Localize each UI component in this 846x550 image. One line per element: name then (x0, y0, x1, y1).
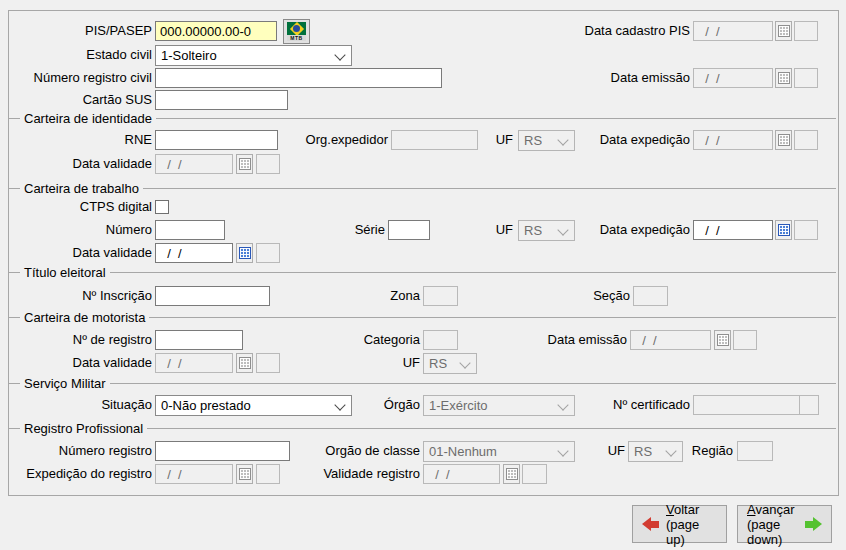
identidade-data-expedicao-label: Data expedição (580, 130, 690, 150)
trabalho-data-validade-extra-field (256, 243, 280, 263)
secao-label: Seção (570, 286, 630, 306)
inscricao-label: Nº Inscrição (10, 286, 152, 306)
numero-registro-civil-input[interactable] (155, 68, 442, 88)
identidade-data-validade-extra-field (256, 154, 280, 174)
validade-registro-calendar-button (503, 464, 520, 484)
identidade-data-expedicao-extra-field (794, 130, 818, 150)
situacao-label: Situação (10, 395, 152, 415)
orgao-select: 1-Exército (423, 395, 575, 416)
motorista-data-validade-extra-field (256, 353, 280, 373)
motorista-data-emissao-label: Data emissão (527, 330, 627, 350)
mtb-lookup-button[interactable]: MTB (283, 19, 310, 44)
eleitoral-section-line (9, 272, 836, 273)
motorista-uf-label: UF (370, 353, 420, 373)
calendar-icon (778, 134, 790, 146)
categoria-label: Categoria (340, 330, 420, 350)
chevron-down-icon (557, 134, 568, 145)
eleitoral-section-title: Título eleitoral (20, 265, 110, 280)
voltar-button-label: Voltar (666, 502, 717, 517)
serie-input[interactable] (388, 220, 430, 240)
rne-input[interactable] (155, 130, 278, 150)
ctps-digital-checkbox[interactable] (155, 200, 169, 214)
secao-input (633, 286, 668, 306)
avancar-button-sublabel: (page down) (747, 517, 798, 547)
trabalho-data-validade-input[interactable] (155, 243, 233, 263)
chevron-down-icon (557, 445, 568, 456)
trabalho-data-expedicao-extra-field (794, 220, 818, 240)
calendar-icon (239, 158, 251, 170)
calendar-icon (717, 334, 729, 346)
motorista-registro-input[interactable] (155, 330, 243, 350)
rne-label: RNE (10, 130, 152, 150)
mtb-icon-text: MTB (287, 35, 306, 41)
certificado-input (693, 395, 800, 415)
avancar-button[interactable]: Avançar (page down) (737, 505, 832, 543)
org-expedidor-label: Org.expedidor (288, 130, 388, 150)
chevron-down-icon (334, 49, 345, 60)
motorista-section-title: Carteira de motorista (20, 310, 149, 325)
categoria-input (423, 330, 458, 350)
trabalho-data-validade-label: Data validade (10, 243, 152, 263)
serie-label: Série (330, 220, 385, 240)
validade-registro-extra-field (522, 464, 547, 484)
chevron-down-icon (557, 224, 568, 235)
motorista-uf-select: RS (423, 353, 477, 374)
zona-input (423, 286, 458, 306)
estado-civil-select[interactable]: 1-Solteiro (155, 45, 352, 66)
numero-registro-civil-label: Número registro civil (10, 68, 152, 88)
voltar-button[interactable]: Voltar (page up) (632, 505, 727, 543)
calendar-icon (239, 357, 251, 369)
profissional-numero-label: Número registro (10, 441, 152, 461)
motorista-data-validade-calendar-button (236, 353, 253, 373)
motorista-registro-label: Nº de registro (10, 330, 152, 350)
avancar-button-label: Avançar (747, 502, 798, 517)
calendar-icon (239, 247, 251, 259)
trabalho-data-expedicao-calendar-button[interactable] (775, 220, 792, 240)
validade-registro-label: Validade registro (310, 464, 420, 484)
expedicao-registro-calendar-button (236, 464, 253, 484)
calendar-icon (778, 72, 790, 84)
motorista-data-validade-label: Data validade (10, 353, 152, 373)
trabalho-data-expedicao-input[interactable] (693, 220, 773, 240)
identidade-data-expedicao-input (693, 130, 773, 150)
arrow-left-icon (642, 517, 659, 531)
validade-registro-input (423, 464, 500, 484)
data-cadastro-pis-calendar-button (775, 21, 792, 41)
motorista-data-emissao-calendar-button (714, 330, 731, 350)
cartao-sus-label: Cartão SUS (10, 90, 152, 110)
data-emissao-input (693, 68, 773, 88)
inscricao-input[interactable] (155, 286, 270, 306)
chevron-down-icon (557, 399, 568, 410)
profissional-uf-label: UF (595, 441, 625, 461)
motorista-data-validade-input (155, 353, 233, 373)
chevron-down-icon (665, 445, 676, 456)
regiao-input (737, 441, 773, 461)
data-cadastro-pis-label: Data cadastro PIS (555, 21, 690, 41)
expedicao-registro-input (155, 464, 233, 484)
profissional-numero-input[interactable] (155, 441, 290, 461)
militar-section-title: Serviço Militar (20, 376, 110, 391)
expedicao-registro-label: Expedição do registro (10, 464, 152, 484)
pis-input[interactable] (155, 21, 277, 41)
chevron-down-icon (459, 357, 470, 368)
motorista-data-emissao-input (630, 330, 711, 350)
trabalho-data-validade-calendar-button[interactable] (236, 243, 253, 263)
data-cadastro-pis-extra-field (794, 21, 818, 41)
ctps-digital-label: CTPS digital (10, 197, 152, 217)
zona-label: Zona (370, 286, 420, 306)
motorista-data-emissao-extra-field (733, 330, 757, 350)
estado-civil-label: Estado civil (10, 45, 152, 65)
org-expedidor-input (391, 130, 478, 150)
regiao-label: Região (683, 441, 733, 461)
situacao-select[interactable]: 0-Não prestado (155, 395, 352, 416)
chevron-down-icon (334, 399, 345, 410)
profissional-uf-select: RS (628, 441, 683, 462)
cartao-sus-input[interactable] (155, 90, 288, 110)
trabalho-numero-label: Número (10, 220, 152, 240)
trabalho-numero-input[interactable] (155, 220, 225, 240)
identidade-data-validade-label: Data validade (10, 154, 152, 174)
arrow-right-icon (805, 517, 822, 531)
trabalho-section-title: Carteira de trabalho (20, 181, 143, 196)
certificado-extra-field (799, 395, 819, 415)
identidade-uf-label: UF (478, 130, 513, 150)
